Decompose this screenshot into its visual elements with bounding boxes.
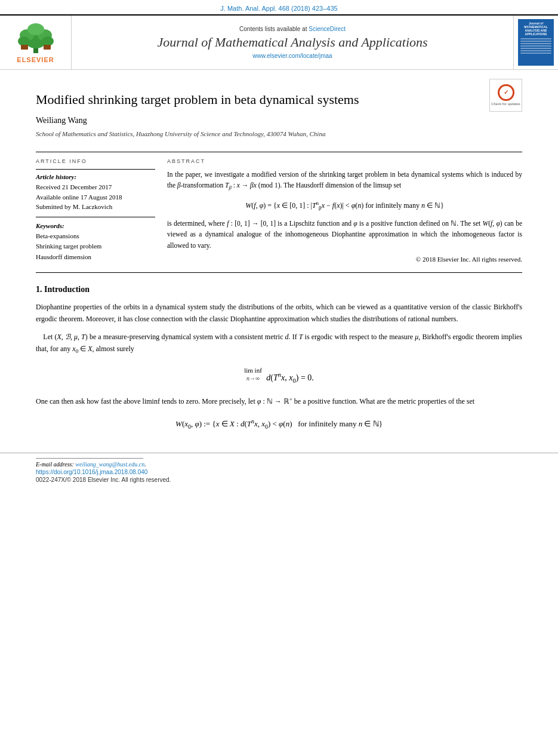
abstract-label: ABSTRACT [167,158,522,164]
liminf-formula: lim inf n→∞ d(Tnx, x0) = 0. [36,367,522,384]
keyword-3: Hausdorff dimension [36,252,155,263]
author-affiliation: School of Mathematics and Statistics, Hu… [36,129,483,139]
intro-paragraph-3: One can then ask how fast the above limi… [36,395,522,408]
check-for-updates-badge[interactable]: ✓ Check for updates [489,79,522,112]
info-divider-mid [36,217,155,217]
set-formula-W: W(x0, φ) := {x ∈ X : d(Tnx, x0) < φ(n) f… [36,418,522,430]
journal-url[interactable]: www.elsevier.com/locate/jmaa [252,53,332,59]
issn-notice: 0022-247X/© 2018 Elsevier Inc. All right… [36,477,522,483]
submitted-by: Submitted by M. Laczkovich [36,202,155,212]
svg-rect-7 [21,45,28,50]
received-date: Received 21 December 2017 [36,182,155,192]
article-title: Modified shrinking target problem in bet… [36,91,483,109]
doi-link[interactable]: https://doi.org/10.1016/j.jmaa.2018.08.0… [36,469,522,475]
history-heading: Article history: [36,173,155,180]
footer: E-mail address: weiliang_wang@hust.edu.c… [0,453,558,488]
author-name: Weiliang Wang [36,116,483,125]
journal-cover-thumb: Journal ofMATHEMATICALANALYSIS ANDAPPLIC… [513,16,558,69]
svg-rect-8 [44,45,51,50]
journal-header: ELSEVIER Contents lists available at Sci… [0,14,558,70]
journal-name: Journal of Mathematical Analysis and App… [157,35,427,50]
available-date: Available online 17 August 2018 [36,192,155,202]
main-content: Modified shrinking target problem in bet… [0,70,558,453]
contents-available: Contents lists available at ScienceDirec… [239,26,346,32]
keyword-2: Shrinking target problem [36,241,155,252]
abstract-divider [36,272,522,273]
copyright-notice: © 2018 Elsevier Inc. All rights reserved… [167,256,522,263]
svg-point-6 [42,36,54,46]
info-divider-top [36,169,155,170]
keywords-heading: Keywords: [36,222,155,229]
elsevier-tree-icon [12,22,60,55]
article-info-label: ARTICLE INFO [36,158,155,164]
sciencedirect-link[interactable]: ScienceDirect [309,26,346,32]
keywords-section: Keywords: Beta-expansions Shrinking targ… [36,222,155,263]
abstract-text-para2: is determined, where f : [0, 1] → [0, 1]… [167,218,522,251]
journal-title-area: Contents lists available at ScienceDirec… [72,16,513,69]
author-email[interactable]: weiliang_wang@hust.edu.cn [75,461,144,468]
keyword-1: Beta-expansions [36,231,155,242]
svg-point-4 [27,23,44,35]
section-title-intro: 1. Introduction [36,285,522,294]
intro-paragraph-1: Diophantine properties of the orbits in … [36,302,522,325]
abstract-formula-W: W(f, φ) = {x ∈ [0, 1] : |Tnβx − f(x)| < … [167,200,522,211]
intro-paragraph-2: Let (X, ℬ, μ, T) be a measure-preserving… [36,331,522,356]
abstract-text-para1: In the paper, we investigate a modified … [167,169,522,192]
elsevier-brand-text: ELSEVIER [17,56,54,63]
journal-reference: J. Math. Anal. Appl. 468 (2018) 423–435 [0,0,558,14]
article-info-column: ARTICLE INFO Article history: Received 2… [36,158,155,263]
introduction-section: 1. Introduction Diophantine properties o… [36,285,522,430]
elsevier-logo-area: ELSEVIER [0,16,72,69]
svg-point-5 [18,36,30,46]
article-info-abstract: ARTICLE INFO Article history: Received 2… [36,158,522,263]
abstract-column: ABSTRACT In the paper, we investigate a … [167,158,522,263]
title-divider [36,152,522,152]
email-footnote: E-mail address: weiliang_wang@hust.edu.c… [36,461,522,468]
